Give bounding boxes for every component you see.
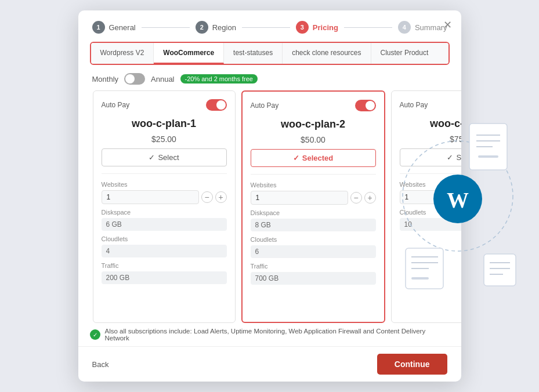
tab-check-clone-resources[interactable]: check clone resources [283, 43, 371, 64]
monthly-label: Monthly [92, 75, 119, 84]
plan-1-autopay-label: Auto Pay [102, 101, 130, 109]
tabs: Wordpress V2 WooCommerce test-statuses c… [91, 43, 448, 64]
tab-test-statuses[interactable]: test-statuses [224, 43, 283, 64]
plan-2-traffic-spec: Traffic [251, 263, 376, 285]
step-pricing: 3 Pricing [296, 21, 338, 34]
plan-2-diskspace-spec: Diskspace [251, 209, 376, 231]
plan-1-diskspace-input [102, 218, 227, 231]
info-text: Also all subscriptions include: Load Ale… [105, 328, 450, 342]
step-line-3 [344, 27, 392, 28]
plan-1-traffic-spec: Traffic [102, 262, 227, 284]
plan-2-autopay-toggle[interactable] [355, 100, 376, 111]
plan-2-divider [251, 174, 376, 175]
step-general: 1 General [92, 21, 136, 34]
plan-1-select-button[interactable]: ✓ Select [102, 148, 227, 166]
plan-2-websites-decrement[interactable]: − [350, 192, 362, 204]
plan-1-price: $25.00 [102, 135, 227, 144]
plan-card-2: Auto Pay woo-c-plan-2 $50.00 ✓ Selected … [241, 90, 385, 323]
plan-card-1: Auto Pay woo-c-plan-1 $25.00 ✓ Select We… [93, 90, 236, 323]
billing-toggle-switch[interactable] [124, 73, 145, 85]
tab-wordpress-v2[interactable]: Wordpress V2 [91, 43, 154, 64]
plan-1-header: Auto Pay [102, 99, 227, 111]
plan-1-diskspace-label: Diskspace [102, 209, 227, 216]
continue-button[interactable]: Continue [377, 354, 447, 375]
plan-2-cloudlets-input [251, 245, 376, 258]
info-row: ✓ Also all subscriptions include: Load A… [78, 323, 461, 346]
tabs-container: Wordpress V2 WooCommerce test-statuses c… [90, 42, 450, 65]
plan-1-name: woo-c-plan-1 [102, 118, 227, 130]
free-badge: -20% and 2 months free [180, 74, 258, 84]
plan-2-diskspace-label: Diskspace [251, 209, 376, 216]
step-label-general: General [109, 23, 136, 32]
step-label-summary: Summary [415, 23, 447, 32]
plan-2-header: Auto Pay [251, 100, 376, 111]
plan-2-websites-spec: Websites − + [251, 182, 376, 205]
tab-woocommerce[interactable]: WooCommerce [154, 43, 224, 64]
plan-2-toggle-knob [366, 101, 375, 110]
plan-2-websites-input[interactable] [251, 191, 348, 205]
plan-1-websites-spec: Websites − + [102, 181, 227, 204]
plan-2-autopay-label: Auto Pay [251, 101, 279, 110]
svg-rect-13 [484, 254, 516, 286]
plan-2-websites-row: − + [251, 191, 376, 205]
plan-2-cloudlets-label: Cloudlets [251, 236, 376, 243]
plan-1-divider [102, 173, 227, 174]
plan-2-cloudlets-spec: Cloudlets [251, 236, 376, 258]
step-circle-summary: 4 [398, 21, 411, 34]
step-label-pricing: Pricing [313, 23, 338, 32]
plan-1-websites-increment[interactable]: + [215, 191, 227, 203]
step-region: 2 Region [196, 21, 236, 34]
plan-1-select-label: Select [158, 153, 179, 162]
modal-backdrop: ✕ 1 General 2 Region 3 Pricing 4 Summary [0, 0, 539, 392]
plan-2-name: woo-c-plan-2 [251, 118, 376, 130]
plan-1-websites-row: − + [102, 190, 227, 204]
toggle-knob [125, 74, 135, 84]
svg-rect-12 [411, 277, 429, 280]
svg-text:W: W [447, 188, 469, 212]
step-circle-region: 2 [196, 21, 208, 34]
plan-2-select-label: Selected [302, 154, 333, 162]
plan-2-diskspace-input [251, 219, 376, 231]
annual-label: Annual [151, 75, 174, 84]
plan-2-checkmark: ✓ [293, 154, 299, 162]
footer: Back Continue [78, 346, 461, 382]
svg-rect-7 [478, 155, 498, 158]
step-circle-pricing: 3 [296, 21, 309, 34]
plan-1-cloudlets-input [102, 245, 227, 257]
plan-2-traffic-input [251, 272, 376, 285]
plan-2-websites-increment[interactable]: + [364, 192, 376, 204]
plan-1-websites-input[interactable] [102, 190, 199, 204]
step-summary: 4 Summary [398, 21, 447, 34]
step-label-region: Region [212, 23, 236, 32]
plan-1-toggle-knob [216, 100, 226, 110]
plan-2-price: $50.00 [251, 135, 376, 144]
plan-1-websites-label: Websites [102, 181, 227, 188]
plan-2-select-button[interactable]: ✓ Selected [251, 149, 376, 167]
plan-1-diskspace-spec: Diskspace [102, 209, 227, 231]
info-check-icon: ✓ [90, 329, 100, 340]
stepper: 1 General 2 Region 3 Pricing 4 Summary [78, 10, 461, 42]
plan-1-traffic-label: Traffic [102, 262, 227, 269]
plan-1-checkmark: ✓ [149, 153, 155, 162]
plan-2-websites-label: Websites [251, 182, 376, 188]
plan-1-cloudlets-spec: Cloudlets [102, 235, 227, 257]
plan-1-traffic-input [102, 271, 227, 284]
step-line-1 [142, 27, 190, 28]
plan-1-websites-decrement[interactable]: − [201, 191, 213, 203]
plan-2-traffic-label: Traffic [251, 263, 376, 270]
back-button[interactable]: Back [92, 360, 109, 369]
tab-cluster-product[interactable]: Cluster Product [371, 43, 438, 64]
illustration: W [388, 86, 527, 306]
step-line-2 [242, 27, 290, 28]
close-button[interactable]: ✕ [443, 19, 452, 31]
step-circle-general: 1 [92, 21, 105, 34]
plan-1-autopay-toggle[interactable] [206, 99, 227, 111]
plan-1-cloudlets-label: Cloudlets [102, 235, 227, 242]
